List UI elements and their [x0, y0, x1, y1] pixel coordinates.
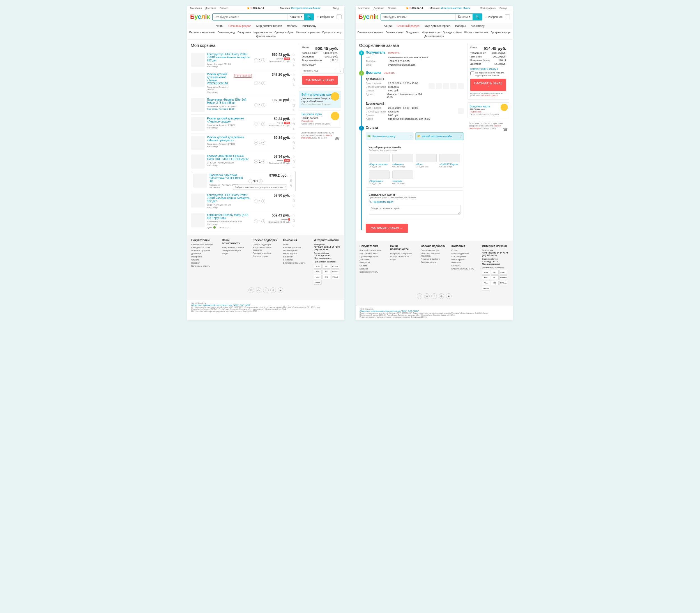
favorite-icon[interactable]: ☆: [292, 213, 296, 217]
social-icon[interactable]: ◎: [439, 293, 444, 299]
subnav-item[interactable]: Одежда и обувь: [274, 31, 293, 34]
delete-icon[interactable]: 🗑: [292, 198, 296, 203]
favorite-icon[interactable]: ☆: [292, 136, 296, 140]
footer-link[interactable]: Рассрочка: [191, 256, 218, 258]
offer-link[interactable]: публичной оферты: [481, 94, 498, 96]
qty-plus[interactable]: +: [261, 199, 265, 203]
footer-link[interactable]: Бренды, серии: [421, 261, 447, 263]
qty-minus[interactable]: −: [254, 159, 258, 164]
subnav-item[interactable]: Гигиена и уход: [218, 31, 235, 34]
promo-input[interactable]: [302, 68, 336, 74]
move-icon[interactable]: ↯: [292, 108, 296, 112]
product-image[interactable]: [191, 73, 205, 87]
move-icon[interactable]: ↯: [290, 184, 293, 187]
move-icon[interactable]: ↯: [292, 127, 296, 131]
favorite-icon[interactable]: ☆: [292, 155, 296, 158]
bonus-details-link[interactable]: Подробнее: [301, 120, 313, 122]
footer-link[interactable]: Контакты: [452, 264, 478, 267]
footer-link[interactable]: Вопросы и ответы педиатра: [421, 252, 447, 257]
footer-link[interactable]: Как сделать заказ: [360, 252, 386, 255]
move-icon[interactable]: ↯: [292, 204, 296, 208]
footer-link[interactable]: Бонусная программа: [390, 252, 417, 255]
footer-link[interactable]: Вопросы и ответы: [191, 265, 218, 267]
subnav-item[interactable]: Питание и кормление: [358, 31, 383, 34]
store-select[interactable]: Интернет-магазин Минск: [291, 7, 321, 10]
qty-minus[interactable]: −: [254, 141, 258, 145]
social-icon[interactable]: f: [263, 287, 269, 293]
footer-link[interactable]: Советы педиатра: [421, 249, 447, 251]
favorites-link[interactable]: ♡Избранное: [484, 15, 503, 18]
promo-apply[interactable]: →: [336, 68, 343, 74]
footer-link[interactable]: Помощь в выборе: [421, 258, 447, 260]
subnav-item[interactable]: Детская комната: [424, 35, 444, 38]
social-icon[interactable]: vk: [256, 287, 261, 293]
footer-link[interactable]: Рекламодателям: [283, 246, 310, 249]
delete-icon[interactable]: 🗑: [292, 78, 296, 82]
favorite-icon[interactable]: ☆: [292, 98, 296, 102]
nav-item[interactable]: BuslikBaby: [302, 24, 316, 27]
top-link[interactable]: Магазины: [359, 7, 370, 10]
search-input[interactable]: [381, 14, 456, 20]
footer-link[interactable]: Поставщикам: [452, 255, 478, 258]
nav-item[interactable]: Акции: [384, 24, 391, 27]
subnav-item[interactable]: Подгузники: [406, 31, 419, 34]
delete-icon[interactable]: 🗑: [292, 103, 296, 107]
comment-input[interactable]: [369, 205, 461, 214]
card-option[interactable]: «Халва»От 3 до 5 мес: [392, 170, 413, 184]
product-image[interactable]: [191, 98, 205, 112]
subnav-item[interactable]: Подгузники: [237, 31, 251, 34]
login-link[interactable]: Вход: [333, 7, 339, 10]
product-image[interactable]: [191, 155, 205, 169]
footer-link[interactable]: Бренды, серии: [252, 255, 279, 258]
product-name-link[interactable]: Рюкзак детский для девочек «Мышка принце…: [207, 136, 250, 142]
favorite-icon[interactable]: ☆: [292, 117, 296, 121]
footer-link[interactable]: Рассрочка: [360, 261, 386, 264]
subnav-item[interactable]: Школа и творчество: [296, 31, 320, 34]
footer-link[interactable]: Помощь в выборе: [252, 252, 279, 255]
nav-item[interactable]: Сезонный раздел: [228, 24, 251, 27]
qty-minus[interactable]: −: [254, 103, 258, 107]
close-icon[interactable]: ×: [284, 185, 286, 188]
logo[interactable]: Буслiк: [190, 13, 210, 21]
logout-link[interactable]: Выход: [500, 7, 507, 10]
pay-tab-cash[interactable]: 💵Наличными курьеруⓘ: [366, 132, 414, 140]
store-select[interactable]: Интернет-магазин Минск: [441, 7, 470, 10]
logo[interactable]: Буслiк: [359, 13, 378, 21]
delete-icon[interactable]: 🗑: [292, 219, 296, 222]
footer-link[interactable]: Возврат: [191, 262, 218, 264]
social-icon[interactable]: ☉: [248, 287, 254, 293]
favorite-icon[interactable]: ☆: [292, 194, 296, 197]
footer-link[interactable]: Благотворительность: [283, 262, 310, 264]
nav-item[interactable]: Наборы: [455, 24, 466, 27]
footer-link[interactable]: О нас: [452, 249, 478, 251]
nav-item[interactable]: Мир детских героев: [425, 24, 450, 27]
product-image[interactable]: [191, 213, 205, 227]
qty-plus[interactable]: +: [261, 58, 265, 62]
card-option[interactable]: «Черепаха»От 3 до 5 мес: [369, 170, 390, 184]
move-icon[interactable]: ↯: [292, 146, 296, 150]
footer-link[interactable]: О нас: [283, 243, 310, 246]
product-name-link[interactable]: Коляска 340728094 CHICCO KWIK ONE STROLL…: [207, 155, 250, 161]
subnav-item[interactable]: Детская комната: [256, 35, 276, 38]
product-image[interactable]: [191, 53, 205, 67]
top-link[interactable]: Магазины: [190, 7, 202, 10]
social-icon[interactable]: vk: [424, 293, 430, 299]
footer-link[interactable]: Правила продажи: [191, 249, 218, 252]
footer-link[interactable]: Как сделать заказ: [191, 246, 218, 249]
comment-toggle[interactable]: Комментарий к заказу ▾: [470, 68, 506, 70]
footer-link[interactable]: Наши друзья: [452, 258, 478, 261]
footer-link[interactable]: Вакансии: [452, 261, 478, 264]
checkout-button[interactable]: ОФОРМИТЬ ЗАКАЗ: [302, 76, 338, 85]
footer-link[interactable]: Оплата: [191, 259, 218, 261]
move-icon[interactable]: ↯: [292, 83, 296, 87]
subnav-item[interactable]: Школа и творчество: [464, 31, 488, 34]
info-icon[interactable]: ⓘ: [410, 134, 412, 138]
top-link[interactable]: Оплата: [388, 7, 397, 10]
qty-plus[interactable]: +: [261, 219, 265, 223]
footer-link[interactable]: Оплата: [360, 264, 386, 267]
footer-link[interactable]: Контакты: [283, 259, 310, 261]
move-icon[interactable]: ↯: [292, 223, 296, 227]
social-icon[interactable]: ▶: [278, 287, 283, 293]
product-name-link[interactable]: Рюкзак детский для девочек «Ледяное серд…: [207, 117, 250, 123]
footer-link[interactable]: Как выбрать магазин: [360, 249, 386, 251]
